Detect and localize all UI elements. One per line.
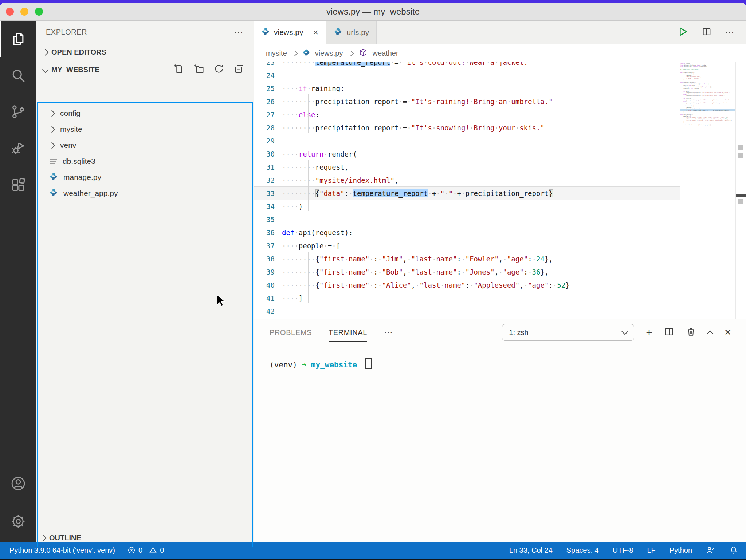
code-line-39[interactable]: 39········{"first·name"·:·"Bob",·"last·n…	[254, 265, 680, 279]
code-line-32[interactable]: 32········"mysite/index.html",	[254, 174, 680, 187]
code-line-28[interactable]: 28········precipitation_report·=·"It's·s…	[254, 121, 680, 134]
close-tab-icon[interactable]: ✕	[313, 28, 319, 37]
code-line-43[interactable]: 43····return·JsonResponse({"data":·peopl…	[254, 318, 680, 319]
tab-label: views.py	[274, 28, 303, 37]
zoom-window-button[interactable]	[35, 8, 43, 16]
tree-item-db-sqlite3[interactable]: db.sqlite3	[38, 153, 252, 169]
chevron-down-icon	[42, 66, 48, 73]
python-icon	[50, 173, 58, 182]
refresh-button[interactable]	[213, 63, 224, 76]
run-debug-icon	[10, 140, 26, 156]
language-mode-status[interactable]: Python	[670, 546, 692, 555]
code-editor[interactable]: 23········temperature_report·=·"It's·col…	[254, 62, 746, 319]
mouse-cursor	[216, 295, 227, 307]
workspace-section[interactable]: MY_WEBSITE	[36, 61, 254, 78]
code-line-24[interactable]: 24	[254, 69, 680, 82]
chevron-right-icon	[40, 535, 46, 541]
encoding-status[interactable]: UTF-8	[613, 546, 633, 555]
window-title: views.py — my_website	[326, 7, 420, 17]
code-line-42[interactable]: 42	[254, 305, 680, 318]
minimize-window-button[interactable]	[20, 8, 28, 16]
code-line-23[interactable]: 23········temperature_report·=·"It's·col…	[254, 62, 680, 69]
new-terminal-button[interactable]: +	[646, 327, 652, 338]
file-icon	[50, 159, 57, 164]
close-window-button[interactable]	[6, 8, 14, 16]
code-line-33[interactable]: 33········{"data":·temperature_report·+·…	[254, 187, 680, 200]
activity-source-control-button[interactable]	[0, 94, 36, 130]
python-icon	[303, 49, 310, 58]
split-terminal-button[interactable]	[664, 327, 674, 338]
panel-tab-terminal[interactable]: TERMINAL	[329, 328, 367, 337]
files-icon	[10, 31, 26, 47]
indent-guide	[308, 252, 309, 303]
account-button[interactable]	[0, 473, 36, 494]
terminal-output[interactable]: (venv) ➜ my_website	[254, 346, 746, 370]
code-line-40[interactable]: 40········{"first·name"·:·"Alice",·"last…	[254, 279, 680, 292]
editor-tab-bar: views.py ✕ urls.py	[254, 21, 746, 44]
explorer-more-actions-button[interactable]: ⋯	[234, 27, 244, 38]
chevron-right-icon	[48, 110, 55, 117]
maximize-panel-button[interactable]	[707, 330, 713, 337]
overview-mark	[738, 145, 743, 150]
kill-terminal-button[interactable]	[686, 327, 696, 338]
code-line-31[interactable]: 31········request,	[254, 161, 680, 174]
tab-views-py[interactable]: views.py ✕	[254, 21, 326, 44]
collapse-all-button[interactable]	[234, 63, 245, 76]
code-line-35[interactable]: 35	[254, 213, 680, 226]
new-folder-button[interactable]	[193, 63, 204, 76]
terminal-venv-prefix: (venv)	[270, 360, 297, 369]
tab-urls-py[interactable]: urls.py	[326, 21, 377, 44]
minimap[interactable]: import randomfrom django.shortcuts impor…	[678, 63, 734, 319]
overview-ruler[interactable]	[735, 62, 746, 319]
open-editors-section[interactable]: OPEN EDITORS	[36, 43, 254, 61]
cursor-position-status[interactable]: Ln 33, Col 24	[509, 546, 553, 555]
terminal-shell-select[interactable]: 1: zsh	[502, 324, 634, 341]
indent-guide	[308, 94, 309, 133]
error-icon	[127, 546, 136, 554]
split-editor-button[interactable]	[702, 27, 712, 38]
new-file-button[interactable]	[173, 63, 184, 76]
settings-button[interactable]	[0, 510, 36, 532]
terminal-cwd: my_website	[311, 360, 357, 369]
panel-more-tabs-button[interactable]: ⋯	[384, 327, 393, 338]
tree-item-weather-app-py[interactable]: weather_app.py	[38, 185, 252, 201]
workspace-label: MY_WEBSITE	[51, 66, 99, 74]
activity-explorer-button[interactable]	[0, 21, 36, 57]
editor-more-actions-button[interactable]: ⋯	[725, 27, 735, 38]
eol-status[interactable]: LF	[647, 546, 655, 555]
code-line-34[interactable]: 34····)	[254, 200, 680, 213]
code-line-37[interactable]: 37····people·=·[	[254, 239, 680, 252]
account-icon	[10, 476, 26, 492]
code-line-36[interactable]: 36def·api(request):	[254, 226, 680, 239]
code-line-38[interactable]: 38········{"first·name"·:·"Jim",·"last·n…	[254, 252, 680, 265]
code-line-25[interactable]: 25····if·raining:	[254, 82, 680, 95]
panel-tab-problems[interactable]: PROBLEMS	[270, 328, 312, 337]
indentation-status[interactable]: Spaces: 4	[566, 546, 599, 555]
breadcrumb-item-weather[interactable]: weather	[373, 49, 398, 58]
warning-icon	[149, 546, 157, 554]
tree-item-config[interactable]: config	[38, 105, 252, 121]
outline-section[interactable]: OUTLINE	[36, 529, 254, 546]
terminal-prompt-arrow: ➜	[302, 360, 311, 369]
code-line-29[interactable]: 29	[254, 134, 680, 147]
breadcrumb-item-views-py[interactable]: views.py	[315, 49, 343, 58]
tree-item-manage-py[interactable]: manage.py	[38, 169, 252, 185]
terminal-cursor	[365, 358, 372, 369]
breadcrumb-item-mysite[interactable]: mysite	[266, 49, 287, 58]
feedback-icon[interactable]	[706, 545, 715, 555]
activity-search-button[interactable]	[0, 57, 36, 94]
bell-icon[interactable]	[729, 546, 738, 555]
code-line-41[interactable]: 41····]	[254, 292, 680, 305]
symbol-cube-icon	[359, 48, 368, 59]
activity-run-debug-button[interactable]	[0, 130, 36, 166]
tree-item-venv[interactable]: venv	[38, 137, 252, 153]
run-file-button[interactable]	[677, 26, 688, 39]
close-panel-button[interactable]: ✕	[724, 327, 731, 338]
tree-item-mysite[interactable]: mysite	[38, 121, 252, 137]
code-line-27[interactable]: 27····else:	[254, 108, 680, 121]
code-line-30[interactable]: 30····return·render(	[254, 147, 680, 161]
search-icon	[10, 67, 26, 83]
activity-extensions-button[interactable]	[0, 166, 36, 203]
sidebar-title: EXPLORER	[46, 28, 87, 36]
code-line-26[interactable]: 26········precipitation_report·=·"It's·r…	[254, 95, 680, 108]
